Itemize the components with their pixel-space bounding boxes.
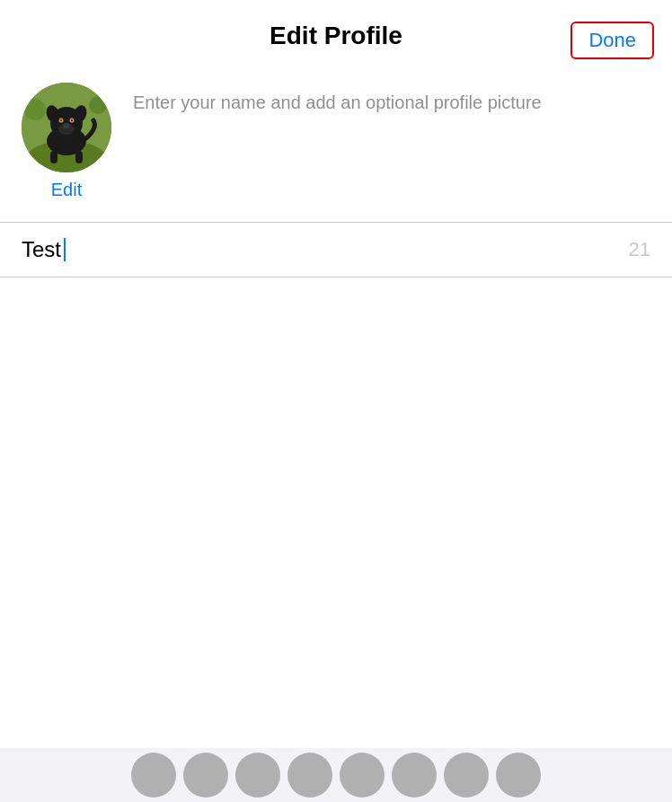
name-row: Test 21 (0, 223, 672, 277)
bottom-avatar-4 (287, 753, 332, 798)
bottom-avatar-1 (131, 753, 176, 798)
page-title: Edit Profile (270, 22, 402, 50)
text-cursor (64, 238, 66, 261)
avatar (22, 83, 111, 172)
char-count: 21 (629, 238, 650, 261)
profile-description: Enter your name and add an optional prof… (133, 83, 542, 115)
svg-point-14 (24, 99, 46, 120)
name-input-wrapper[interactable]: Test (22, 237, 629, 262)
bottom-avatar-5 (340, 753, 385, 798)
profile-section: Edit Enter your name and add an optional… (0, 65, 672, 222)
avatar-container: Edit (22, 83, 111, 200)
svg-point-9 (71, 119, 73, 121)
name-input[interactable]: Test (22, 237, 61, 262)
bottom-avatar-2 (183, 753, 228, 798)
bottom-avatar-strip (0, 748, 672, 802)
svg-point-15 (89, 96, 107, 114)
bottom-avatar-3 (235, 753, 280, 798)
svg-rect-12 (50, 151, 57, 163)
svg-point-5 (63, 123, 70, 128)
done-button[interactable]: Done (570, 22, 654, 59)
bottom-avatar-8 (496, 753, 541, 798)
bottom-avatar-7 (444, 753, 489, 798)
svg-rect-13 (75, 151, 83, 163)
bottom-divider (0, 277, 672, 278)
bottom-avatar-6 (392, 753, 437, 798)
edit-photo-label[interactable]: Edit (51, 180, 82, 200)
header: Edit Profile Done (0, 0, 672, 65)
svg-point-8 (60, 119, 62, 121)
